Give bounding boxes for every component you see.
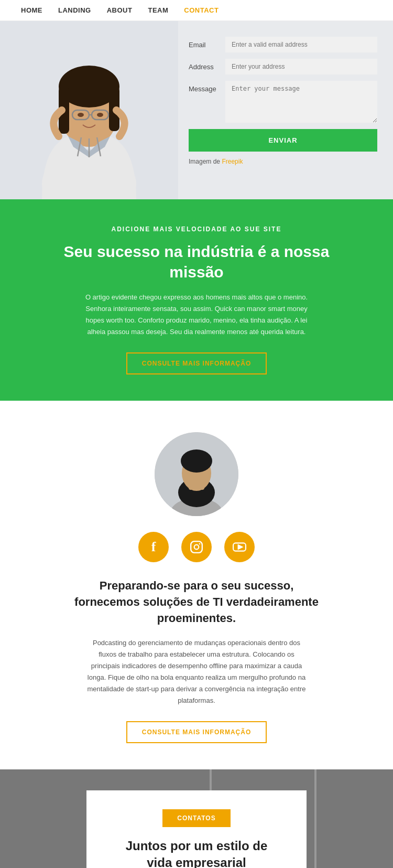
svg-point-13 (97, 113, 103, 117)
person-svg (0, 21, 178, 199)
contact-section: Email Address Message ENVIAR Imagem de F… (0, 21, 393, 199)
email-group: Email (189, 37, 377, 52)
navigation: HOME LANDING ABOUT TEAM CONTACT (0, 0, 393, 21)
address-input[interactable] (225, 59, 377, 74)
profile-cta-button[interactable]: CONSULTE MAIS INFORMAÇÃO (126, 721, 267, 743)
email-input[interactable] (225, 37, 377, 52)
avatar-svg (155, 432, 238, 516)
address-group: Address (189, 59, 377, 74)
nav-about[interactable]: ABOUT (107, 6, 133, 14)
freepik-link[interactable]: Freepik (222, 158, 243, 165)
svg-marker-28 (238, 545, 243, 550)
profile-heading: Preparando-se para o seu sucesso, fornec… (71, 578, 322, 626)
message-group: Message (189, 81, 377, 123)
team-overlay: CONTATOS Juntos por um estilo de vida em… (0, 769, 393, 868)
profile-section: f Preparando-se para o seu sucesso, forn… (0, 401, 393, 769)
svg-point-22 (181, 449, 212, 473)
green-heading: Seu sucesso na indústria é a nossa missã… (52, 241, 341, 282)
nav-home[interactable]: HOME (21, 6, 42, 14)
contact-image (0, 21, 178, 199)
svg-point-24 (194, 545, 199, 550)
freepik-credit: Imagem de Freepik (189, 158, 377, 165)
facebook-icon[interactable]: f (138, 532, 169, 562)
youtube-icon[interactable] (224, 532, 255, 562)
address-label: Address (189, 59, 220, 71)
nav-contact[interactable]: CONTACT (184, 6, 219, 14)
green-subtitle: ADICIONE MAIS VELOCIDADE AO SUE SITE (52, 226, 341, 233)
social-icons: f (21, 532, 372, 562)
profile-avatar (155, 432, 238, 516)
contact-form-area: Email Address Message ENVIAR Imagem de F… (178, 21, 393, 199)
svg-point-25 (199, 543, 201, 545)
nav-team[interactable]: TEAM (148, 6, 168, 14)
profile-body: Podcasting do gerenciamento de mudanças … (86, 637, 307, 707)
email-label: Email (189, 37, 220, 49)
submit-button[interactable]: ENVIAR (189, 129, 377, 152)
team-heading: Juntos por um estilo de vida empresarial (113, 838, 280, 868)
contact-card: CONTATOS Juntos por um estilo de vida em… (86, 790, 307, 868)
contatos-button[interactable]: CONTATOS (162, 809, 230, 827)
svg-point-12 (78, 113, 84, 117)
green-cta-button[interactable]: CONSULTE MAIS INFORMAÇÃO (126, 352, 267, 374)
green-body: O artigo evidente chegou expresso aos ho… (79, 292, 314, 338)
green-banner: ADICIONE MAIS VELOCIDADE AO SUE SITE Seu… (0, 199, 393, 401)
team-section: CONTATOS Juntos por um estilo de vida em… (0, 769, 393, 868)
message-textarea[interactable] (225, 81, 377, 123)
message-label: Message (189, 81, 220, 93)
instagram-icon[interactable] (181, 532, 212, 562)
nav-landing[interactable]: LANDING (58, 6, 91, 14)
svg-rect-23 (191, 542, 202, 553)
person-photo (0, 21, 178, 199)
